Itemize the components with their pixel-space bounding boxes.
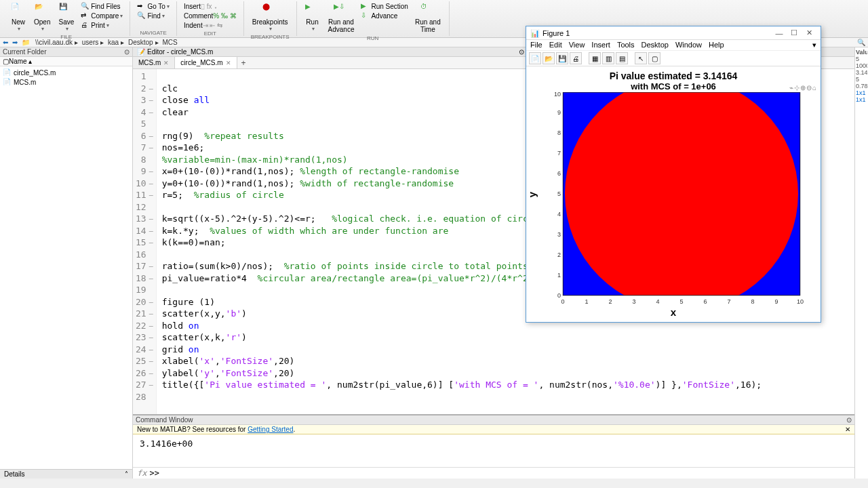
up-icon[interactable]: 📁 (22, 39, 30, 47)
tab-mcs[interactable]: MCS.m✕ (133, 57, 175, 68)
open-fig-icon[interactable]: 📂 (542, 52, 555, 64)
edit-plot-icon[interactable]: ▦ (589, 52, 601, 64)
current-folder-panel: Current Folder⊙ ▢ Name▴ 📄circle_MCS.m 📄M… (0, 47, 133, 479)
menu-tools[interactable]: Tools (617, 41, 635, 49)
open-button[interactable]: 📂Open▾ (30, 1, 54, 33)
layout-icon[interactable]: ▢ (648, 52, 660, 64)
save-fig-icon[interactable]: 💾 (556, 52, 568, 64)
new-fig-icon[interactable]: 📄 (529, 52, 541, 64)
svg-text:2: 2 (608, 298, 612, 305)
svg-text:3: 3 (557, 231, 561, 238)
close-icon[interactable]: ✕ (163, 60, 169, 66)
workspace-panel: Valu 5 1000 3.14 5 0.78 1x1 1x1 (854, 47, 868, 479)
svg-text:8: 8 (751, 298, 754, 305)
svg-text:6: 6 (557, 170, 561, 177)
svg-text:6: 6 (703, 298, 707, 305)
menu-view[interactable]: View (569, 41, 585, 49)
getting-started-banner: New to MATLAB? See resources for Getting… (133, 425, 854, 434)
svg-text:5: 5 (557, 190, 561, 197)
indent-button[interactable]: Indent ⇥ ⇤ ⇆ (181, 20, 239, 30)
figure-window[interactable]: 📊 Figure 1 — ☐ ✕ File Edit View Insert T… (526, 26, 821, 323)
find-button[interactable]: 🔍Find▾ (134, 11, 172, 20)
back-icon[interactable]: ⬅ (3, 39, 11, 47)
current-folder-title: Current Folder⊙ (0, 47, 132, 57)
close-banner-icon[interactable]: ✕ (845, 426, 850, 433)
navigate-group-label: NAVIGATE (140, 29, 167, 36)
plot-svg: 012 345 678 910 012 345 678 910 (542, 92, 808, 309)
insert-button[interactable]: Insert ⌷ fx ▾ (181, 1, 239, 11)
brush-icon[interactable]: ⌁ (789, 84, 793, 92)
menu-more-icon[interactable]: ▾ (812, 41, 816, 49)
file-item[interactable]: 📄circle_MCS.m (1, 68, 131, 77)
close-icon[interactable]: ✕ (226, 60, 231, 66)
svg-text:4: 4 (557, 211, 561, 218)
menu-desktop[interactable]: Desktop (642, 41, 669, 49)
name-column-header[interactable]: Name (9, 58, 27, 65)
menu-insert[interactable]: Insert (591, 41, 610, 49)
find-files-button[interactable]: 🔍Find Files (78, 1, 125, 11)
svg-text:10: 10 (797, 298, 804, 305)
run-group-label: RUN (367, 35, 378, 41)
compare-button[interactable]: ⇄Compare▾ (78, 11, 125, 20)
menu-help[interactable]: Help (709, 41, 724, 49)
tab-circle-mcs[interactable]: circle_MCS.m✕ (175, 57, 237, 68)
y-axis-label: y (526, 191, 538, 197)
run-section-button[interactable]: ▶Run Section (358, 1, 410, 11)
file-item[interactable]: 📄MCS.m (1, 77, 131, 87)
breadcrumb[interactable]: \\civil.aau.dk▸ users▸ kaa▸ Desktop▸ MCS (35, 39, 178, 46)
figure-axes[interactable]: Pi value estimated = 3.14164 with MCS of… (526, 66, 821, 322)
svg-text:7: 7 (727, 298, 730, 305)
menu-edit[interactable]: Edit (549, 41, 562, 49)
link-plot-icon[interactable]: ▥ (602, 52, 614, 64)
new-button[interactable]: 📄New▾ (7, 1, 30, 33)
maximize-button[interactable]: ☐ (787, 28, 802, 37)
zoom-in-icon[interactable]: ⊕ (800, 84, 806, 92)
svg-text:0: 0 (557, 292, 561, 299)
svg-text:9: 9 (774, 298, 778, 305)
editor-title: 📝Editor - circle_MCS.m⊙ ✕ (133, 47, 536, 56)
breakpoints-button[interactable]: ⬤Breakpoints▾ (248, 1, 292, 33)
matlab-icon: 📊 (530, 29, 538, 37)
svg-text:2: 2 (557, 251, 561, 258)
svg-text:0: 0 (561, 298, 564, 305)
svg-text:1: 1 (557, 272, 561, 279)
home-icon[interactable]: ⌂ (812, 84, 816, 92)
menu-file[interactable]: File (530, 41, 542, 49)
pointer-icon[interactable]: ↖ (635, 52, 647, 64)
x-axis-label: x (526, 306, 821, 318)
details-bar[interactable]: Details˄ (0, 469, 132, 479)
save-button[interactable]: 💾Save▾ (54, 1, 78, 33)
close-button[interactable]: ✕ (802, 28, 816, 37)
command-prompt[interactable]: fx>> (133, 467, 854, 479)
svg-text:3: 3 (632, 298, 635, 305)
svg-text:9: 9 (557, 109, 561, 116)
print-fig-icon[interactable]: 🖨 (570, 52, 582, 64)
breakpoints-group-label: BREAKPOINTS (251, 33, 290, 40)
panel-arrow-icon[interactable]: ⊙ (124, 48, 130, 56)
run-advance-button[interactable]: ▶⇩Run and Advance (324, 1, 359, 35)
minimize-button[interactable]: — (772, 29, 787, 37)
insert-colorbar-icon[interactable]: ▤ (616, 52, 628, 64)
goto-button[interactable]: ➡Go To▾ (134, 1, 172, 11)
svg-text:5: 5 (679, 298, 683, 305)
figure-menubar: File Edit View Insert Tools Desktop Wind… (526, 40, 821, 51)
comment-button[interactable]: Comment % ‰ ⌘ (181, 11, 239, 20)
search-icon[interactable]: 🔍 (857, 39, 865, 46)
run-button[interactable]: ▶Run▾ (301, 1, 324, 35)
svg-text:1: 1 (585, 298, 588, 305)
forward-icon[interactable]: ➡ (12, 39, 20, 47)
run-time-button[interactable]: ⏱Run and Time (411, 1, 445, 35)
menu-window[interactable]: Window (675, 41, 702, 49)
advance-button[interactable]: ⇩Advance (358, 11, 410, 20)
svg-text:7: 7 (557, 150, 561, 157)
getting-started-link[interactable]: Getting Started (248, 426, 293, 433)
figure-titlebar[interactable]: 📊 Figure 1 — ☐ ✕ (526, 26, 821, 40)
command-window-title: Command Window⊙ (133, 415, 854, 425)
figure-toolbar: 📄 📂 💾 🖨 ▦ ▥ ▤ ↖ ▢ (526, 51, 821, 66)
zoom-out-icon[interactable]: ⊖ (806, 84, 812, 92)
command-output: 3.1416e+00 (133, 434, 854, 467)
edit-group-label: EDIT (204, 30, 216, 37)
add-tab-button[interactable]: + (237, 57, 250, 68)
print-button[interactable]: 🖨Print▾ (78, 20, 125, 30)
pan-icon[interactable]: ⊹ (794, 84, 800, 92)
